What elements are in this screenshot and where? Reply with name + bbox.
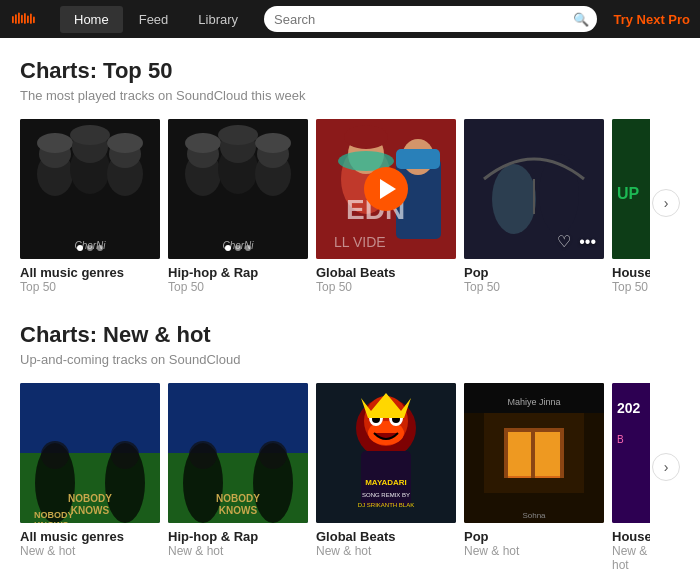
new-hot-card-global[interactable]: MAYADARI SONG REMIX BY DJ SRIKANTH BLAK … bbox=[316, 383, 456, 572]
new-hot-label-global: Global Beats bbox=[316, 529, 456, 544]
svg-text:KNOWS: KNOWS bbox=[34, 520, 69, 523]
svg-rect-7 bbox=[33, 17, 35, 24]
svg-rect-78 bbox=[504, 428, 508, 478]
top50-sublabel-house: Top 50 bbox=[612, 280, 650, 294]
top50-section: Charts: Top 50 The most played tracks on… bbox=[20, 58, 680, 294]
main-content: Charts: Top 50 The most played tracks on… bbox=[0, 38, 700, 584]
new-hot-thumb-text-all: NOBODYKNOWS bbox=[68, 493, 112, 517]
svg-text:LL VIDE: LL VIDE bbox=[334, 234, 386, 250]
new-hot-thumb-all-music: NOBODY KNOWS NOBODYKNOWS bbox=[20, 383, 160, 523]
top50-label-hiphop: Hip-hop & Rap bbox=[168, 265, 308, 280]
new-hot-cards-wrapper: NOBODY KNOWS NOBODYKNOWS All music genre… bbox=[20, 383, 680, 572]
try-next-pro-button[interactable]: Try Next Pro bbox=[613, 12, 690, 27]
svg-point-57 bbox=[189, 441, 217, 469]
svg-point-17 bbox=[107, 133, 143, 153]
new-hot-card-pop[interactable]: Mahiye Jinna Sohna Pop New & hot bbox=[464, 383, 604, 572]
svg-text:B: B bbox=[617, 434, 624, 445]
top50-sublabel-hiphop: Top 50 bbox=[168, 280, 308, 294]
svg-text:MAYADARI: MAYADARI bbox=[365, 478, 407, 487]
svg-rect-37 bbox=[396, 149, 440, 169]
svg-rect-4 bbox=[24, 13, 26, 24]
search-input[interactable] bbox=[264, 6, 597, 32]
top50-title: Charts: Top 50 bbox=[20, 58, 680, 84]
svg-point-49 bbox=[41, 441, 69, 469]
svg-text:DJ SRIKANTH BLAK: DJ SRIKANTH BLAK bbox=[358, 502, 414, 508]
svg-text:SONG REMIX BY: SONG REMIX BY bbox=[362, 492, 410, 498]
top50-thumb-hiphop: ChorNi bbox=[168, 119, 308, 259]
svg-point-14 bbox=[70, 125, 110, 145]
new-hot-label-hiphop: Hip-hop & Rap bbox=[168, 529, 308, 544]
nav-home[interactable]: Home bbox=[60, 6, 123, 33]
svg-rect-80 bbox=[531, 428, 535, 478]
svg-rect-5 bbox=[27, 15, 29, 23]
main-nav: Home Feed Library bbox=[60, 6, 252, 33]
search-icon: 🔍 bbox=[573, 12, 589, 27]
svg-point-59 bbox=[259, 441, 287, 469]
top50-thumb-all-music-art: ChorNi bbox=[20, 119, 160, 259]
svg-rect-76 bbox=[535, 430, 562, 476]
top50-cards-row: ChorNi All music genres Top 50 bbox=[20, 119, 680, 294]
nav-library[interactable]: Library bbox=[184, 6, 252, 33]
new-hot-sublabel-all-music: New & hot bbox=[20, 544, 160, 558]
new-hot-thumb-text-hiphop: NOBODYKNOWS bbox=[216, 493, 260, 517]
header: Home Feed Library 🔍 Try Next Pro bbox=[0, 0, 700, 38]
svg-rect-0 bbox=[12, 16, 14, 23]
svg-point-41 bbox=[492, 164, 536, 234]
top50-thumb-all-music: ChorNi bbox=[20, 119, 160, 259]
top50-thumb-house-partial: UP bbox=[612, 119, 650, 259]
top50-card-pop[interactable]: ♡ ••• Pop Top 50 bbox=[464, 119, 604, 294]
top50-thumb-global: EDN LL VIDE bbox=[316, 119, 456, 259]
top50-dots-hiphop bbox=[225, 245, 251, 251]
new-hot-thumb-pop-art: Mahiye Jinna Sohna bbox=[464, 383, 604, 523]
new-hot-section: Charts: New & hot Up-and-coming tracks o… bbox=[20, 322, 680, 572]
new-hot-thumb-hiphop: NOBODYKNOWS bbox=[168, 383, 308, 523]
new-hot-sublabel-hiphop: New & hot bbox=[168, 544, 308, 558]
top50-thumb-house-art: UP bbox=[612, 119, 650, 259]
top50-card-global[interactable]: EDN LL VIDE Global Beats Top 50 bbox=[316, 119, 456, 294]
more-icon[interactable]: ••• bbox=[579, 233, 596, 251]
top50-label-global: Global Beats bbox=[316, 265, 456, 280]
svg-rect-1 bbox=[15, 14, 17, 24]
svg-rect-75 bbox=[506, 430, 533, 476]
top50-card-all-music[interactable]: ChorNi All music genres Top 50 bbox=[20, 119, 160, 294]
top50-card-hiphop[interactable]: ChorNi Hip-hop & Rap Top 50 bbox=[168, 119, 308, 294]
svg-rect-2 bbox=[18, 12, 20, 23]
new-hot-sublabel-pop: New & hot bbox=[464, 544, 604, 558]
svg-point-11 bbox=[37, 133, 73, 153]
top50-card-house-partial[interactable]: UP House Top 50 bbox=[612, 119, 650, 294]
top50-play-button-global[interactable] bbox=[364, 167, 408, 211]
soundcloud-logo[interactable] bbox=[10, 5, 50, 33]
top50-thumb-pop: ♡ ••• bbox=[464, 119, 604, 259]
top50-thumb-icons-pop: ♡ ••• bbox=[557, 232, 596, 251]
svg-point-51 bbox=[111, 441, 139, 469]
new-hot-card-all-music[interactable]: NOBODY KNOWS NOBODYKNOWS All music genre… bbox=[20, 383, 160, 572]
svg-text:Mahiye Jinna: Mahiye Jinna bbox=[507, 397, 560, 407]
svg-point-25 bbox=[218, 125, 258, 145]
new-hot-sublabel-house: New & hot bbox=[612, 544, 650, 572]
heart-icon[interactable]: ♡ bbox=[557, 232, 571, 251]
top50-sublabel-pop: Top 50 bbox=[464, 280, 604, 294]
new-hot-thumb-pop: Mahiye Jinna Sohna bbox=[464, 383, 604, 523]
new-hot-thumb-house-partial: 202 B bbox=[612, 383, 650, 523]
top50-next-arrow[interactable]: › bbox=[652, 189, 680, 217]
new-hot-card-house-partial[interactable]: 202 B House New & hot bbox=[612, 383, 650, 572]
svg-rect-3 bbox=[21, 15, 23, 23]
new-hot-next-arrow[interactable]: › bbox=[652, 453, 680, 481]
new-hot-thumb-house-art: 202 B bbox=[612, 383, 650, 523]
svg-point-33 bbox=[344, 125, 388, 149]
svg-point-22 bbox=[185, 133, 221, 153]
svg-point-42 bbox=[539, 154, 579, 234]
new-hot-card-hiphop[interactable]: NOBODYKNOWS Hip-hop & Rap New & hot bbox=[168, 383, 308, 572]
search-bar: 🔍 bbox=[264, 6, 597, 32]
svg-point-28 bbox=[255, 133, 291, 153]
top50-dots-all bbox=[77, 245, 103, 251]
svg-rect-79 bbox=[560, 428, 564, 478]
svg-text:Sohna: Sohna bbox=[522, 511, 546, 520]
new-hot-title: Charts: New & hot bbox=[20, 322, 680, 348]
nav-feed[interactable]: Feed bbox=[125, 6, 183, 33]
new-hot-label-pop: Pop bbox=[464, 529, 604, 544]
top50-label-house: House bbox=[612, 265, 650, 280]
top50-thumb-hiphop-art: ChorNi bbox=[168, 119, 308, 259]
top50-label-all-music: All music genres bbox=[20, 265, 160, 280]
top50-subtitle: The most played tracks on SoundCloud thi… bbox=[20, 88, 680, 103]
